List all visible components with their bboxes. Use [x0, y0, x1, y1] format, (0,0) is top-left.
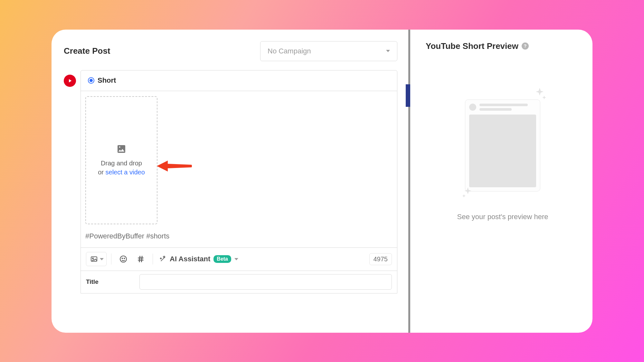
right-panel: YouTube Short Preview ? See you — [410, 30, 592, 333]
campaign-select[interactable]: No Campaign — [260, 41, 397, 61]
annotation-arrow-icon — [157, 159, 192, 173]
campaign-select-value: No Campaign — [268, 47, 311, 55]
page-title: Create Post — [64, 46, 110, 56]
left-panel: Create Post No Campaign Short — [52, 30, 410, 333]
media-button[interactable] — [86, 252, 107, 266]
placeholder-line — [479, 104, 528, 106]
image-icon — [116, 144, 127, 154]
title-input[interactable] — [139, 274, 392, 290]
app-window: Create Post No Campaign Short — [52, 30, 592, 333]
ai-assistant-button[interactable]: AI Assistant Beta — [157, 255, 240, 263]
post-type-label: Short — [98, 76, 116, 85]
title-row: Title — [81, 271, 397, 293]
dropzone-line1: Drag and drop — [101, 160, 142, 167]
magic-wand-icon — [159, 255, 166, 263]
composer-card: Short Drag and drop or select a video — [80, 70, 397, 293]
preview-stage: See your post's preview here — [426, 99, 580, 325]
preview-placeholder-card — [465, 99, 540, 191]
hashtag-button[interactable] — [133, 252, 148, 266]
ai-assistant-label: AI Assistant — [170, 255, 210, 263]
composer-row: Short Drag and drop or select a video — [64, 70, 397, 293]
svg-point-3 — [122, 258, 123, 259]
placeholder-line — [479, 108, 512, 111]
sparkle-icon — [532, 87, 547, 102]
emoji-button[interactable] — [116, 252, 131, 266]
chevron-down-icon — [100, 258, 104, 260]
emoji-icon — [119, 255, 128, 263]
toolbar-separator — [153, 254, 153, 265]
youtube-icon — [64, 75, 76, 87]
preview-header: YouTube Short Preview ? — [426, 41, 580, 51]
hashtag-icon — [137, 255, 145, 263]
image-icon — [90, 255, 98, 263]
sparkle-icon — [461, 186, 475, 200]
header-row: Create Post No Campaign — [64, 41, 397, 61]
svg-point-1 — [92, 258, 93, 259]
select-video-link[interactable]: select a video — [106, 169, 145, 176]
dropzone-text: Drag and drop or select a video — [98, 159, 145, 177]
post-type-short-radio[interactable]: Short — [88, 76, 116, 85]
preview-title: YouTube Short Preview — [426, 41, 518, 51]
accent-stub — [406, 84, 410, 107]
svg-point-2 — [120, 256, 127, 262]
composer-head: Short — [81, 70, 397, 91]
dropzone-line2-prefix: or — [98, 169, 105, 176]
chevron-down-icon — [234, 258, 238, 260]
svg-point-4 — [124, 258, 125, 259]
help-icon[interactable]: ? — [522, 42, 529, 50]
video-dropzone[interactable]: Drag and drop or select a video — [85, 96, 157, 224]
toolbar-separator — [111, 254, 111, 265]
title-label: Title — [86, 278, 131, 285]
chevron-down-icon — [386, 50, 390, 52]
char-count: 4975 — [369, 253, 392, 265]
preview-caption: See your post's preview here — [457, 213, 548, 221]
beta-badge: Beta — [213, 255, 231, 263]
composer-toolbar: AI Assistant Beta 4975 — [81, 247, 397, 271]
hashtags-text[interactable]: #PoweredByBuffer #shorts — [81, 227, 397, 247]
radio-icon — [88, 77, 94, 84]
placeholder-image — [469, 115, 536, 187]
placeholder-avatar — [469, 104, 476, 111]
composer-body: Drag and drop or select a video — [81, 91, 397, 227]
